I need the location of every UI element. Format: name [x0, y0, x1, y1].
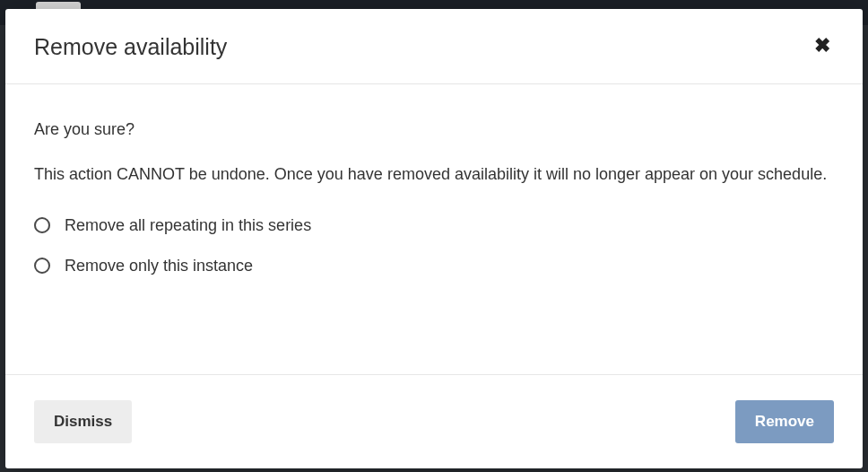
confirm-question: Are you sure?: [34, 120, 834, 139]
option-remove-all-series[interactable]: Remove all repeating in this series: [34, 216, 834, 235]
radio-icon: [34, 217, 50, 233]
warning-text: This action CANNOT be undone. Once you h…: [34, 162, 834, 188]
close-icon[interactable]: ✖: [811, 34, 834, 57]
remove-button[interactable]: Remove: [735, 400, 834, 443]
option-label: Remove all repeating in this series: [65, 216, 311, 235]
remove-availability-modal: Remove availability ✖ Are you sure? This…: [5, 9, 863, 468]
modal-header: Remove availability ✖: [5, 9, 863, 84]
modal-title: Remove availability: [34, 34, 227, 60]
dismiss-button[interactable]: Dismiss: [34, 400, 132, 443]
remove-options-group: Remove all repeating in this series Remo…: [34, 216, 834, 275]
modal-body: Are you sure? This action CANNOT be undo…: [5, 84, 863, 374]
option-remove-this-instance[interactable]: Remove only this instance: [34, 257, 834, 275]
option-label: Remove only this instance: [65, 257, 253, 275]
radio-icon: [34, 258, 50, 274]
modal-footer: Dismiss Remove: [5, 374, 863, 468]
